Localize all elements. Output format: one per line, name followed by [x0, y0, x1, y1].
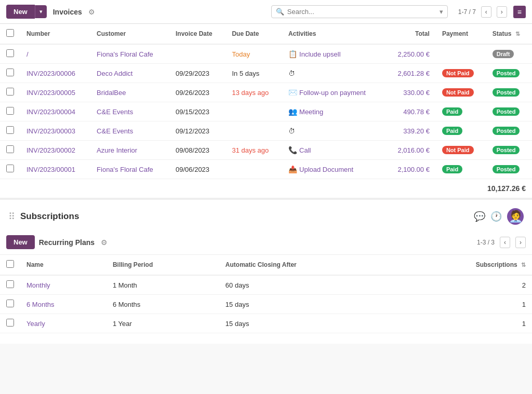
avatar[interactable]: 🧑‍💼 [507, 208, 524, 225]
row-checkbox[interactable] [6, 107, 14, 115]
billing-period: 1 Month [107, 275, 219, 295]
sub-sort-icon[interactable]: ⇅ [521, 262, 526, 268]
invoice-number-link[interactable]: INV/2023/00001 [26, 166, 75, 173]
new-button-group: New ▾ [6, 5, 47, 19]
activity-icon: ⏱ [288, 70, 295, 77]
row-checkbox[interactable] [6, 49, 14, 57]
chat-icon-button[interactable]: 💬 [474, 211, 485, 222]
row-checkbox[interactable] [6, 145, 14, 153]
activity-link[interactable]: Meeting [299, 108, 323, 116]
row-checkbox[interactable] [6, 69, 14, 76]
activity-icon: 📤 [288, 165, 297, 173]
activity-cell: ✉️Follow-up on payment [282, 83, 385, 102]
invoice-number: / [20, 44, 90, 64]
new-recurring-plan-button[interactable]: New [6, 235, 35, 249]
payment-badge: Not Paid [442, 88, 474, 97]
recurring-next-button[interactable]: › [515, 237, 526, 248]
customer-name: C&E Events [90, 121, 169, 141]
col-number: Number [20, 24, 90, 44]
subscriptions-header-actions: 💬 🕐 🧑‍💼 [474, 208, 524, 225]
plan-name-link[interactable]: Monthly [26, 281, 50, 289]
sub-select-all-checkbox[interactable] [6, 260, 14, 268]
clock-icon-button[interactable]: 🕐 [490, 211, 502, 222]
activity-link[interactable]: Include upsell [299, 50, 341, 58]
customer-name: Fiona's Floral Cafe [90, 44, 169, 64]
due-date-value: Today [232, 50, 250, 58]
invoice-number: INV/2023/00001 [20, 160, 90, 179]
plan-name-link[interactable]: Yearly [26, 320, 45, 328]
customer-name: Azure Interior [90, 141, 169, 160]
search-input[interactable] [287, 8, 437, 16]
plan-name-link[interactable]: 6 Months [26, 301, 54, 308]
invoice-status: Posted [486, 102, 532, 121]
customer-link[interactable]: Fiona's Floral Cafe [97, 166, 153, 173]
payment-status: Not Paid [436, 141, 486, 160]
view-toggle-button[interactable]: ≡ [513, 6, 526, 18]
total-amount: 490.78 € [385, 102, 436, 121]
invoice-status: Posted [486, 83, 532, 102]
activity-icon: 👥 [288, 107, 297, 116]
settings-icon[interactable]: ⚙ [88, 8, 95, 16]
sort-icon[interactable]: ⇅ [515, 31, 520, 37]
payment-status: Not Paid [436, 83, 486, 102]
table-row: / Fiona's Floral Cafe Today 📋Include ups… [0, 44, 532, 64]
invoice-date: 09/29/2023 [169, 64, 225, 83]
activity-link[interactable]: Upload Document [299, 166, 353, 173]
activity-link[interactable]: Call [299, 146, 311, 154]
activity-icon: 📞 [288, 146, 297, 154]
customer-link[interactable]: BridalBee [97, 89, 126, 97]
payment-badge: Paid [442, 165, 462, 173]
new-button[interactable]: New [6, 5, 35, 19]
search-filter-dropdown[interactable]: ▾ [440, 8, 443, 16]
next-page-button[interactable]: › [497, 6, 507, 18]
invoice-number-link[interactable]: INV/2023/00006 [26, 70, 75, 77]
list-item: Monthly 1 Month 60 days 2 [0, 275, 532, 295]
subscriptions-header: ⠿ Subscriptions 💬 🕐 🧑‍💼 [0, 198, 532, 231]
page-title: Invoices [53, 8, 82, 16]
due-date: In 5 days [225, 64, 282, 83]
col-due-date: Due Date [225, 24, 282, 44]
row-checkbox[interactable] [6, 126, 14, 134]
customer-link[interactable]: Azure Interior [97, 146, 137, 154]
prev-page-button[interactable]: ‹ [481, 6, 491, 18]
customer-link[interactable]: C&E Events [97, 108, 133, 116]
invoice-number-link[interactable]: INV/2023/00004 [26, 108, 75, 116]
activity-cell: 📞Call [282, 141, 385, 160]
sub-row-checkbox[interactable] [6, 300, 14, 307]
status-badge: Posted [493, 127, 520, 135]
invoice-number-link[interactable]: INV/2023/00005 [26, 89, 75, 97]
activity-cell: ⏱ [282, 121, 385, 141]
recurring-plans-settings-icon[interactable]: ⚙ [101, 238, 108, 247]
recurring-prev-button[interactable]: ‹ [500, 237, 510, 248]
select-all-checkbox[interactable] [6, 29, 14, 37]
activity-link[interactable]: Follow-up on payment [299, 89, 366, 97]
invoice-number-link[interactable]: INV/2023/00002 [26, 146, 75, 154]
customer-link[interactable]: Deco Addict [97, 70, 132, 77]
sub-col-subscriptions: Subscriptions ⇅ [398, 255, 532, 275]
total-amount: 2,016.00 € [385, 141, 436, 160]
total-amount: 2,601.28 € [385, 64, 436, 83]
billing-period: 1 Year [107, 314, 219, 333]
customer-link[interactable]: C&E Events [97, 127, 133, 135]
invoice-pagination-info: 1-7 / 7 [458, 8, 476, 16]
row-checkbox[interactable] [6, 88, 14, 96]
plan-name: Yearly [20, 314, 107, 333]
invoice-number-link[interactable]: INV/2023/00003 [26, 127, 75, 135]
invoice-number-link[interactable]: / [26, 50, 29, 58]
customer-link[interactable]: Fiona's Floral Cafe [97, 50, 153, 58]
row-checkbox[interactable] [6, 165, 14, 172]
new-dropdown-button[interactable]: ▾ [35, 5, 47, 18]
activity-icon: 📋 [288, 50, 297, 58]
subscriptions-sub-toolbar: New Recurring Plans ⚙ 1-3 / 3 ‹ › [0, 231, 532, 255]
top-toolbar: New ▾ Invoices ⚙ 🔍 ▾ 1-7 / 7 ‹ › ≡ [0, 0, 532, 24]
table-row: INV/2023/00006 Deco Addict 09/29/2023 In… [0, 64, 532, 83]
sub-row-checkbox[interactable] [6, 280, 14, 288]
customer-name: C&E Events [90, 102, 169, 121]
payment-badge: Not Paid [442, 146, 474, 154]
col-customer: Customer [90, 24, 169, 44]
total-amount: 339.20 € [385, 121, 436, 141]
sub-row-checkbox[interactable] [6, 319, 14, 327]
invoice-number: INV/2023/00005 [20, 83, 90, 102]
activity-icon: ✉️ [288, 88, 297, 97]
status-badge: Draft [493, 50, 514, 58]
